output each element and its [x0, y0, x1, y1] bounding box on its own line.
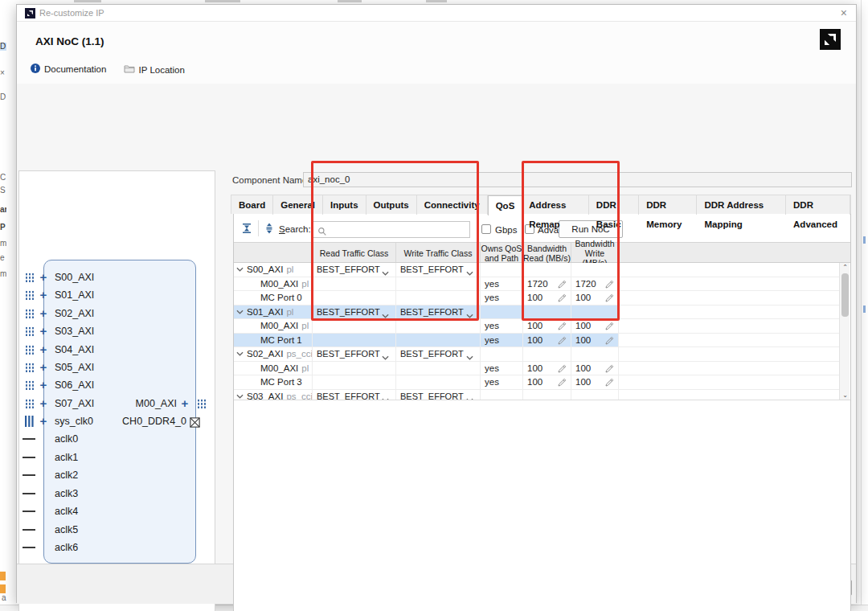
table-row-mc-port-0[interactable]: MC Port 0yes100100 — [234, 291, 839, 306]
table-row-s01-axi[interactable]: S01_AXIplBEST_EFFORTBEST_EFFORT — [234, 306, 839, 320]
write-traffic-class-dropdown[interactable]: BEST_EFFORT — [396, 390, 481, 400]
gbps-checkbox[interactable] — [481, 224, 491, 234]
expand-port-plus-icon[interactable]: + — [38, 396, 49, 411]
filler-column-header — [619, 243, 850, 262]
chevron-down-icon[interactable] — [382, 268, 389, 277]
close-icon[interactable]: × — [841, 6, 847, 19]
interface-pins-icon — [197, 399, 207, 409]
ip-location-link[interactable]: IP Location — [124, 64, 185, 75]
expand-port-plus-icon[interactable]: + — [38, 360, 49, 375]
row-name-cell: S01_AXIpl — [234, 306, 313, 319]
tab-qos[interactable]: QoS — [488, 195, 523, 215]
bandwidth-write-edit-icon[interactable] — [604, 336, 614, 347]
tab-ddr-address-mapping[interactable]: DDR Address Mapping — [697, 195, 786, 215]
expand-port-plus-icon[interactable]: + — [38, 342, 49, 357]
chevron-down-icon[interactable] — [466, 310, 473, 319]
expand-port-plus-icon[interactable]: + — [38, 270, 49, 285]
expand-port-plus-icon[interactable]: + — [38, 288, 49, 302]
table-row-mc-port-1[interactable]: MC Port 1yes100100 — [234, 334, 839, 348]
bandwidth-read-edit-icon[interactable] — [557, 378, 567, 389]
row-name-cell: M00_AXIpl — [234, 319, 313, 333]
chevron-down-icon[interactable] — [382, 310, 389, 319]
bandwidth-value: 100 — [527, 335, 542, 345]
write-traffic-class-dropdown[interactable]: BEST_EFFORT — [396, 263, 481, 277]
recustomize-ip-dialog: Re-customize IP × AXI NoC (1.1) Document… — [16, 4, 857, 603]
tab-outputs[interactable]: Outputs — [366, 195, 417, 215]
component-name-field[interactable]: axi_noc_0 — [303, 172, 852, 187]
bandwidth-write-edit-icon[interactable] — [604, 280, 614, 291]
write-traffic-class-dropdown[interactable]: BEST_EFFORT — [396, 347, 481, 361]
scrollbar-thumb[interactable] — [841, 273, 849, 317]
row-name-cell: S02_AXIps_cci — [234, 347, 313, 361]
read-traffic-class-dropdown[interactable]: BEST_EFFORT — [313, 263, 396, 277]
tab-ddr-memory[interactable]: DDR Memory — [639, 195, 697, 215]
scroll-up-icon[interactable]: ⌃ — [840, 263, 850, 272]
clock-stub-icon — [23, 457, 35, 458]
clock-stub-icon — [23, 529, 35, 531]
row-name-suffix: pl — [301, 363, 309, 373]
read-traffic-class-dropdown[interactable]: BEST_EFFORT — [313, 306, 396, 319]
bandwidth-read-edit-icon[interactable] — [557, 280, 567, 291]
bandwidth-write-cell: 100 — [571, 334, 619, 347]
expand-port-plus-icon[interactable]: + — [38, 324, 49, 338]
bg-orange-badge — [0, 584, 6, 593]
collapse-all-icon[interactable] — [240, 222, 253, 235]
chevron-down-icon[interactable] — [466, 352, 473, 361]
table-row-m00-axi[interactable]: M00_AXIplyes100100 — [234, 362, 839, 376]
toolbar-divider — [258, 220, 259, 236]
read-traffic-class-dropdown[interactable]: BEST_EFFORT — [313, 390, 396, 400]
read-traffic-class-dropdown[interactable]: BEST_EFFORT — [313, 347, 396, 361]
bandwidth-write-edit-icon[interactable] — [604, 322, 614, 333]
tab-address-remap[interactable]: Address Remap — [522, 195, 589, 215]
expand-port-plus-icon[interactable]: + — [38, 378, 49, 392]
documentation-link[interactable]: Documentation — [31, 64, 106, 75]
tab-ddr-advanced[interactable]: DDR Advanced — [786, 195, 850, 215]
ip-location-label: IP Location — [139, 65, 185, 75]
tab-inputs[interactable]: Inputs — [323, 195, 366, 215]
table-row-m00-axi[interactable]: M00_AXIplyes17201720 — [234, 277, 839, 292]
tree-expand-chevron-icon[interactable] — [236, 267, 244, 272]
write-traffic-class-dropdown — [396, 319, 481, 333]
row-name-label: S00_AXI — [247, 264, 283, 274]
tab-connectivity[interactable]: Connectivity — [417, 195, 488, 215]
chevron-down-icon[interactable] — [382, 352, 389, 361]
owns-qos-value: yes — [485, 321, 499, 330]
tree-expand-chevron-icon[interactable] — [236, 394, 244, 399]
tree-expand-chevron-icon[interactable] — [236, 310, 244, 314]
row-name-suffix: pl — [286, 264, 293, 274]
bandwidth-write-edit-icon[interactable] — [604, 364, 614, 375]
table-row-m00-axi[interactable]: M00_AXIplyes100100 — [234, 319, 839, 334]
expand-port-plus-icon[interactable]: + — [38, 306, 49, 321]
table-row-s02-axi[interactable]: S02_AXIps_cciBEST_EFFORTBEST_EFFORT — [234, 347, 839, 362]
bandwidth-write-edit-icon[interactable] — [604, 378, 614, 389]
clock-stub-icon — [23, 493, 35, 494]
screen: D×DCSarPmema Re-customize IP × AXI NoC (… — [0, 0, 868, 611]
scroll-down-icon[interactable]: ⌄ — [840, 391, 850, 400]
tab-general[interactable]: General — [273, 195, 323, 215]
table-row-mc-port-3[interactable]: MC Port 3yes100100 — [234, 375, 839, 390]
chevron-down-icon[interactable] — [466, 268, 473, 277]
tree-expand-chevron-icon[interactable] — [236, 351, 244, 356]
dialog-titlebar[interactable]: Re-customize IP × — [17, 5, 856, 22]
search-input[interactable] — [330, 223, 466, 236]
row-name-cell: M00_AXIpl — [234, 362, 313, 375]
expand-port-plus-icon[interactable]: + — [38, 414, 49, 429]
bandwidth-read-edit-icon[interactable] — [557, 364, 567, 375]
table-bottom-border — [234, 400, 850, 400]
table-row-s03-axi[interactable]: S03_AXIps_cciBEST_EFFORTBEST_EFFORT — [234, 390, 839, 400]
row-name-label: M00_AXI — [260, 363, 298, 373]
bg-text-fragment: e — [0, 254, 6, 262]
tab-ddr-basic[interactable]: DDR Basic — [589, 195, 639, 215]
owns-qos-cell — [481, 306, 523, 319]
dialog-title: Re-customize IP — [39, 8, 104, 18]
bandwidth-write-edit-icon[interactable] — [604, 293, 614, 305]
expand-all-icon[interactable] — [263, 222, 276, 235]
bandwidth-read-edit-icon[interactable] — [557, 322, 567, 333]
ip-title: AXI NoC (1.1) — [35, 35, 104, 47]
bandwidth-read-edit-icon[interactable] — [557, 336, 567, 347]
write-traffic-class-dropdown[interactable]: BEST_EFFORT — [396, 306, 481, 319]
tab-board[interactable]: Board — [231, 195, 273, 215]
bandwidth-read-edit-icon[interactable] — [557, 293, 567, 305]
expand-port-plus-icon[interactable]: + — [179, 396, 190, 411]
table-row-s00-axi[interactable]: S00_AXIplBEST_EFFORTBEST_EFFORT — [234, 263, 839, 277]
